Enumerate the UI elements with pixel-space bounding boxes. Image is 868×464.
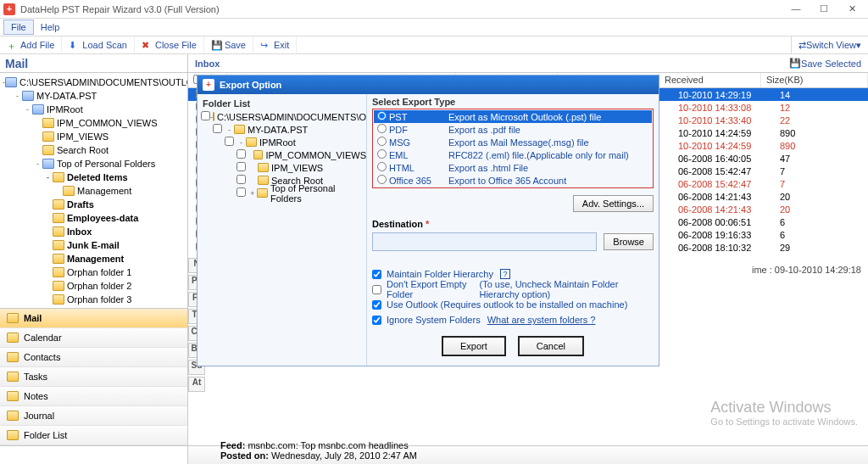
tree-item[interactable]: Orphan folder 3 xyxy=(3,293,185,306)
maintain-hierarchy-checkbox[interactable] xyxy=(372,270,381,279)
folder-tree[interactable]: -C:\USERS\ADMIN\DOCUMENTS\OUTLOOK F-MY-D… xyxy=(0,73,187,308)
tree-item[interactable]: -Deleted Items xyxy=(3,171,185,184)
export-types: PSTExport as Microsoft Outlook (.pst) fi… xyxy=(372,109,654,188)
export-tree-item[interactable]: IPM_VIEWS xyxy=(198,161,366,174)
nav-tasks[interactable]: Tasks xyxy=(0,367,187,387)
close-file-icon: ✖ xyxy=(142,40,152,50)
export-tree-item[interactable]: IPM_COMMON_VIEWS xyxy=(198,148,366,161)
menubar: File Help xyxy=(0,19,868,36)
export-dialog: +Export Option Folder List -C:\USERS\ADM… xyxy=(197,75,659,366)
load-scan-button[interactable]: ⬇Load Scan xyxy=(62,36,135,53)
toolbar: ＋Add File ⬇Load Scan ✖Close File 💾Save ↪… xyxy=(0,36,868,54)
dialog-logo-icon: + xyxy=(203,79,214,91)
tree-item[interactable]: -IPMRoot xyxy=(3,103,185,116)
export-type-office-365[interactable]: Office 365Export to Office 365 Account xyxy=(374,174,652,187)
adv-settings-button[interactable]: Adv. Settings... xyxy=(573,195,654,212)
switch-icon: ⇄ xyxy=(798,40,806,51)
add-file-button[interactable]: ＋Add File xyxy=(0,36,62,53)
switch-view-button[interactable]: ⇄Switch View ▾ xyxy=(791,36,868,53)
export-type-pdf[interactable]: PDFExport as .pdf file xyxy=(374,123,652,136)
tree-item[interactable]: Junk E-mail xyxy=(3,238,185,252)
use-outlook-checkbox[interactable] xyxy=(372,300,381,310)
tree-item[interactable]: IPM_COMMON_VIEWS xyxy=(3,116,185,130)
titlebar: + DataHelp PST Repair Wizard v3.0 (Full … xyxy=(0,0,868,19)
save-selected-button[interactable]: 💾 Save Selected xyxy=(789,58,861,69)
nav-journal[interactable]: Journal xyxy=(0,406,187,426)
export-button[interactable]: Export xyxy=(442,336,506,356)
folder-list-header: Folder List xyxy=(198,97,366,110)
tree-item[interactable]: Management xyxy=(3,184,185,198)
tree-item[interactable]: Orphan folder 1 xyxy=(3,266,185,279)
maximize-button[interactable]: ☐ xyxy=(811,3,837,14)
nav-buttons: MailCalendarContactsTasksNotesJournalFol… xyxy=(0,308,187,445)
tree-item[interactable]: Employees-data xyxy=(3,211,185,225)
window-title: DataHelp PST Repair Wizard v3.0 (Full Ve… xyxy=(20,4,783,14)
close-file-button[interactable]: ✖Close File xyxy=(135,36,204,53)
nav-notes[interactable]: Notes xyxy=(0,387,187,406)
minimize-button[interactable]: — xyxy=(783,3,809,14)
export-type-msg[interactable]: MSGExport as Mail Message(.msg) file xyxy=(374,136,652,148)
export-tree-item[interactable]: +Top of Personal Folders xyxy=(198,187,366,199)
system-folders-link[interactable]: What are system folders ? xyxy=(487,315,596,325)
grid-header: Inbox xyxy=(195,59,220,69)
app-logo-icon: + xyxy=(3,3,15,15)
close-button[interactable]: ✕ xyxy=(839,3,865,14)
tree-item[interactable]: Search Root xyxy=(3,143,185,157)
exit-icon: ↪ xyxy=(260,40,270,50)
export-tree-item[interactable]: -MY-DATA.PST xyxy=(198,123,366,136)
download-icon: ⬇ xyxy=(69,40,79,50)
menu-file[interactable]: File xyxy=(3,20,34,35)
export-type-pst[interactable]: PSTExport as Microsoft Outlook (.pst) fi… xyxy=(374,110,652,123)
exit-button[interactable]: ↪Exit xyxy=(253,36,297,53)
tree-item[interactable]: IPM_VIEWS xyxy=(3,130,185,143)
nav-mail[interactable]: Mail xyxy=(0,309,187,328)
nav-calendar[interactable]: Calendar xyxy=(0,328,187,348)
tree-item[interactable]: Management xyxy=(3,252,185,266)
preview-tab[interactable]: At xyxy=(188,377,205,392)
browse-button[interactable]: Browse xyxy=(604,233,654,250)
export-tree-item[interactable]: -C:\USERS\ADMIN\DOCUMENTS\O xyxy=(198,110,366,123)
destination-label: Destination xyxy=(372,219,423,229)
tree-item[interactable]: Orphan folder 2 xyxy=(3,279,185,293)
save-button[interactable]: 💾Save xyxy=(204,36,253,53)
menu-help[interactable]: Help xyxy=(34,20,67,34)
tree-item[interactable]: -C:\USERS\ADMIN\DOCUMENTS\OUTLOOK F xyxy=(3,75,185,89)
empty-folder-checkbox[interactable] xyxy=(372,285,381,294)
left-header: Mail xyxy=(0,54,187,73)
activate-windows: Activate Windows Go to Settings to activ… xyxy=(710,399,858,427)
tree-item[interactable]: -MY-DATA.PST xyxy=(3,89,185,103)
destination-input[interactable] xyxy=(372,232,597,251)
export-tree-item[interactable]: -IPMRoot xyxy=(198,136,366,148)
plus-icon: ＋ xyxy=(7,40,17,50)
cancel-button[interactable]: Cancel xyxy=(518,336,584,356)
tree-item[interactable]: Inbox xyxy=(3,225,185,238)
nav-folder-list[interactable]: Folder List xyxy=(0,426,187,445)
save-icon: 💾 xyxy=(211,40,221,50)
export-type-header: Select Export Type xyxy=(372,97,654,107)
dialog-title: Export Option xyxy=(220,80,281,90)
ignore-system-checkbox[interactable] xyxy=(372,316,381,325)
nav-contacts[interactable]: Contacts xyxy=(0,348,187,367)
help-icon[interactable]: ? xyxy=(500,269,510,279)
tree-item[interactable]: Drafts xyxy=(3,198,185,211)
export-type-eml[interactable]: EMLRFC822 (.eml) file.(Applicable only f… xyxy=(374,148,652,161)
tree-item[interactable]: -Top of Personal Folders xyxy=(3,157,185,171)
export-type-html[interactable]: HTMLExport as .html File xyxy=(374,161,652,174)
